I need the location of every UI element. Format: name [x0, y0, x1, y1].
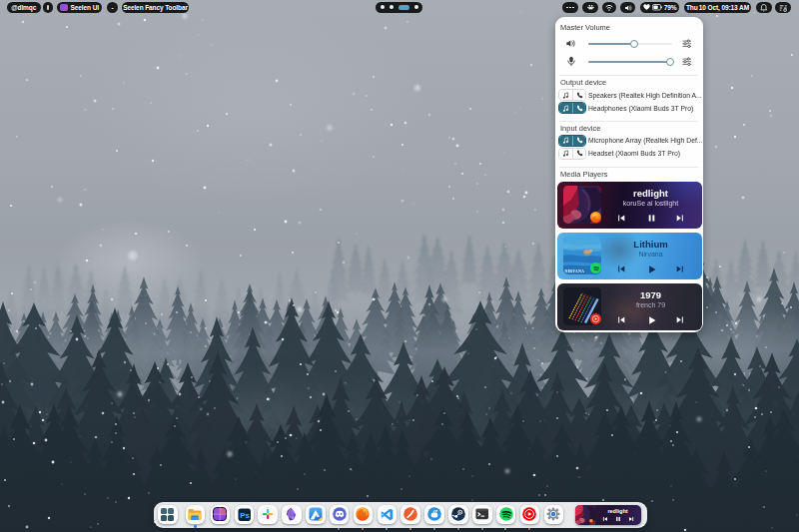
svg-text:Ps: Ps: [240, 510, 249, 519]
svg-text:NIRVANA: NIRVANA: [565, 268, 585, 273]
